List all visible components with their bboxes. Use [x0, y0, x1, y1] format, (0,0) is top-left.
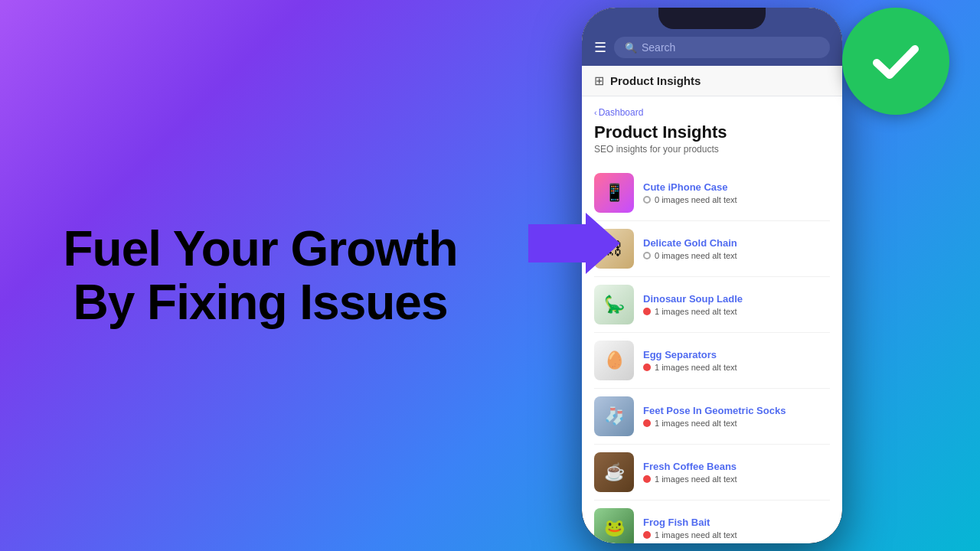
- product-name[interactable]: Egg Separators: [643, 349, 830, 360]
- error-dot-icon: [643, 308, 651, 315]
- alt-text-status: 0 images need alt text: [643, 251, 830, 260]
- product-info: Egg Separators1 images need alt text: [643, 349, 830, 372]
- breadcrumb[interactable]: ‹ Dashboard: [594, 107, 830, 118]
- search-bar[interactable]: 🔍 Search: [614, 37, 830, 58]
- alt-status-text: 1 images need alt text: [655, 419, 737, 428]
- ok-dot-icon: [643, 196, 651, 204]
- checkmark-badge: [842, 8, 949, 115]
- error-dot-icon: [643, 475, 651, 483]
- menu-icon[interactable]: ☰: [594, 39, 606, 56]
- product-info: Frog Fish Bait1 images need alt text: [643, 517, 830, 540]
- phone-content: ‹ Dashboard Product Insights SEO insight…: [582, 96, 842, 543]
- alt-text-status: 1 images need alt text: [643, 474, 830, 484]
- product-name[interactable]: Frog Fish Bait: [643, 517, 830, 528]
- alt-status-text: 1 images need alt text: [655, 307, 737, 316]
- alt-text-status: 1 images need alt text: [643, 530, 830, 540]
- headline: Fuel Your Growth By Fixing Issues: [64, 222, 458, 330]
- alt-text-status: 1 images need alt text: [643, 363, 830, 372]
- right-section: ☰ 🔍 Search ⊞ Product Insights ‹ Dashboar…: [505, 0, 980, 551]
- product-thumbnail: 🧦: [594, 396, 634, 436]
- product-name[interactable]: Dinosaur Soup Ladle: [643, 293, 830, 305]
- left-section: Fuel Your Growth By Fixing Issues: [0, 176, 505, 376]
- product-item[interactable]: ⛓Delicate Gold Chain0 images need alt te…: [594, 221, 830, 277]
- svg-marker-0: [528, 213, 620, 274]
- product-item[interactable]: 🦕Dinosaur Soup Ladle1 images need alt te…: [594, 277, 830, 333]
- search-icon: 🔍: [625, 42, 637, 54]
- product-name[interactable]: Delicate Gold Chain: [643, 237, 830, 249]
- product-item[interactable]: 🐸Frog Fish Bait1 images need alt text: [594, 500, 830, 543]
- error-dot-icon: [643, 531, 651, 539]
- page-title-bar: ⊞ Product Insights: [582, 66, 842, 96]
- product-thumbnail: 🐸: [594, 508, 634, 543]
- phone-notch: [658, 8, 766, 29]
- alt-status-text: 1 images need alt text: [655, 363, 737, 372]
- product-item[interactable]: 📱Cute iPhone Case0 images need alt text: [594, 165, 830, 221]
- product-thumbnail: ☕: [594, 452, 634, 492]
- search-placeholder: Search: [642, 41, 675, 54]
- product-list: 📱Cute iPhone Case0 images need alt text⛓…: [594, 165, 830, 543]
- phone-screen: ☰ 🔍 Search ⊞ Product Insights ‹ Dashboar…: [582, 8, 842, 543]
- product-item[interactable]: ☕Fresh Coffee Beans1 images need alt tex…: [594, 445, 830, 500]
- breadcrumb-label: Dashboard: [599, 107, 644, 118]
- alt-status-text: 0 images need alt text: [655, 251, 737, 260]
- product-name[interactable]: Cute iPhone Case: [643, 181, 830, 193]
- alt-status-text: 1 images need alt text: [655, 530, 737, 540]
- content-subtitle: SEO insights for your products: [594, 144, 830, 155]
- product-info: Fresh Coffee Beans1 images need alt text: [643, 461, 830, 484]
- headline-line2: By Fixing Issues: [64, 276, 458, 329]
- content-heading: Product Insights: [594, 122, 830, 142]
- product-thumbnail: 🥚: [594, 341, 634, 380]
- product-info: Dinosaur Soup Ladle1 images need alt tex…: [643, 293, 830, 316]
- product-item[interactable]: 🥚Egg Separators1 images need alt text: [594, 333, 830, 389]
- headline-line1: Fuel Your Growth: [64, 222, 458, 276]
- product-item[interactable]: 🧦Feet Pose In Geometric Socks1 images ne…: [594, 389, 830, 445]
- ok-dot-icon: [643, 252, 651, 259]
- product-info: Delicate Gold Chain0 images need alt tex…: [643, 237, 830, 260]
- alt-text-status: 1 images need alt text: [643, 419, 830, 428]
- grid-icon: ⊞: [594, 73, 604, 88]
- arrow-icon: [528, 213, 620, 277]
- product-name[interactable]: Fresh Coffee Beans: [643, 461, 830, 472]
- alt-status-text: 1 images need alt text: [655, 474, 737, 484]
- product-info: Feet Pose In Geometric Socks1 images nee…: [643, 405, 830, 428]
- alt-status-text: 0 images need alt text: [655, 195, 737, 204]
- phone-frame: ☰ 🔍 Search ⊞ Product Insights ‹ Dashboar…: [582, 8, 842, 543]
- product-thumbnail: 🦕: [594, 285, 634, 324]
- page-title-text: Product Insights: [610, 74, 701, 87]
- error-dot-icon: [643, 419, 651, 427]
- alt-text-status: 0 images need alt text: [643, 195, 830, 204]
- alt-text-status: 1 images need alt text: [643, 307, 830, 316]
- breadcrumb-arrow-icon: ‹: [594, 108, 597, 117]
- error-dot-icon: [643, 364, 651, 371]
- product-info: Cute iPhone Case0 images need alt text: [643, 181, 830, 204]
- product-thumbnail: 📱: [594, 173, 634, 213]
- product-name[interactable]: Feet Pose In Geometric Socks: [643, 405, 830, 416]
